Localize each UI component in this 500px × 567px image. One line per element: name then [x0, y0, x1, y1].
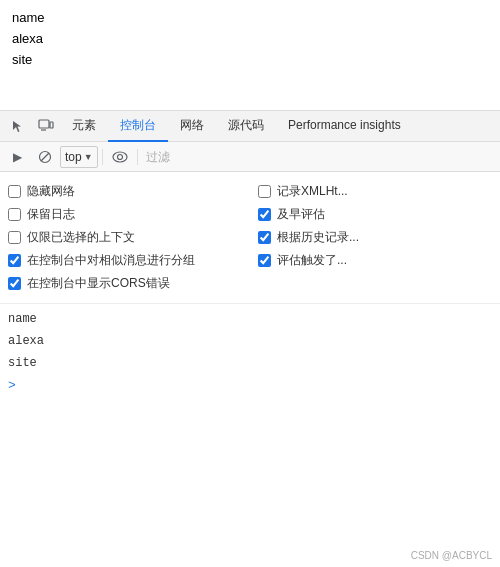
output-line-2: alexa — [12, 29, 488, 50]
level-select[interactable]: top ▼ — [60, 146, 98, 168]
eye-icon[interactable] — [107, 144, 133, 170]
checkbox-selected-context[interactable]: 仅限已选择的上下文 — [0, 226, 250, 249]
toolbar-divider — [102, 149, 103, 165]
footer: CSDN @ACBYCL — [411, 550, 492, 561]
checkbox-xml-requests[interactable]: 记录XMLHt... — [250, 180, 500, 203]
console-line-3: site — [0, 352, 500, 374]
checkbox-cors-errors[interactable]: 在控制台中显示CORS错误 — [0, 272, 250, 295]
footer-text: CSDN @ACBYCL — [411, 550, 492, 561]
filter-input[interactable] — [142, 148, 496, 166]
settings-panel: 隐藏网络 保留日志 仅限已选择的上下文 在控制台中对相似消息进行分组 在控制台中… — [0, 172, 500, 304]
console-toolbar: ▶ top ▼ — [0, 142, 500, 172]
svg-point-6 — [117, 154, 122, 159]
prompt-symbol: > — [8, 378, 16, 393]
device-icon[interactable] — [32, 112, 60, 140]
checkbox-eager-eval[interactable]: 及早评估 — [250, 203, 500, 226]
svg-line-4 — [41, 153, 49, 161]
svg-point-5 — [113, 152, 127, 162]
cursor-icon[interactable] — [4, 112, 32, 140]
ban-icon[interactable] — [32, 144, 58, 170]
checkbox-eval-trigger[interactable]: 评估触发了... — [250, 249, 500, 272]
output-line-1: name — [12, 8, 488, 29]
play-icon[interactable]: ▶ — [4, 144, 30, 170]
settings-right-col: 记录XMLHt... 及早评估 根据历史记录... 评估触发了... — [250, 180, 500, 272]
output-line-3: site — [12, 50, 488, 71]
settings-row: 隐藏网络 保留日志 仅限已选择的上下文 在控制台中对相似消息进行分组 在控制台中… — [0, 180, 500, 295]
checkbox-history-autocomplete[interactable]: 根据历史记录... — [250, 226, 500, 249]
console-prompt-area[interactable]: > — [0, 374, 500, 397]
toolbar-divider-2 — [137, 149, 138, 165]
tab-elements[interactable]: 元素 — [60, 110, 108, 142]
tab-console[interactable]: 控制台 — [108, 110, 168, 142]
checkbox-group-similar[interactable]: 在控制台中对相似消息进行分组 — [0, 249, 250, 272]
settings-left-col: 隐藏网络 保留日志 仅限已选择的上下文 在控制台中对相似消息进行分组 在控制台中… — [0, 180, 250, 295]
console-output: name alexa site > — [0, 304, 500, 401]
svg-rect-1 — [50, 122, 53, 128]
tab-network[interactable]: 网络 — [168, 110, 216, 142]
console-line-1: name — [0, 308, 500, 330]
checkbox-hide-network[interactable]: 隐藏网络 — [0, 180, 250, 203]
console-line-2: alexa — [0, 330, 500, 352]
tab-performance[interactable]: Performance insights — [276, 110, 413, 142]
tab-sources[interactable]: 源代码 — [216, 110, 276, 142]
checkbox-preserve-log[interactable]: 保留日志 — [0, 203, 250, 226]
svg-rect-0 — [39, 120, 49, 128]
devtools-tab-bar: 元素 控制台 网络 源代码 Performance insights — [0, 110, 500, 142]
output-area: name alexa site — [0, 0, 500, 110]
